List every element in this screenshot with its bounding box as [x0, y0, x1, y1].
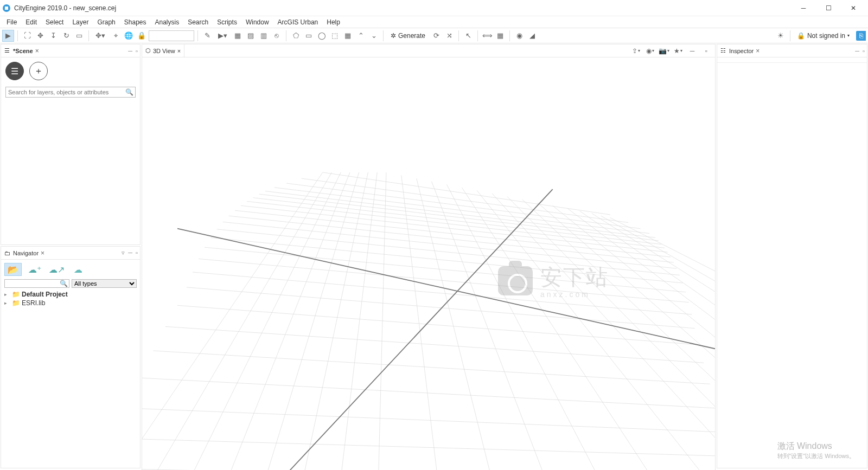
corner-link-icon[interactable]: ⎘: [856, 31, 866, 41]
navigator-filter-input[interactable]: [5, 280, 58, 287]
scene-panel-maximize[interactable]: ▫: [136, 48, 138, 54]
nav-local-button[interactable]: 📂: [4, 263, 22, 276]
inspector-tab-label[interactable]: Inspector: [729, 48, 754, 54]
scene-add-button[interactable]: ＋: [29, 62, 48, 80]
window-minimize-button[interactable]: ─: [791, 0, 816, 16]
update-seed-button[interactable]: ⟳: [430, 30, 442, 42]
svg-line-53: [177, 229, 715, 349]
svg-line-8: [153, 351, 710, 384]
window-close-button[interactable]: ✕: [841, 0, 866, 16]
inspector-panel-minimize[interactable]: ─: [855, 48, 859, 54]
menu-shapes[interactable]: Shapes: [120, 17, 151, 27]
shape-circle-tool[interactable]: ◯: [316, 30, 328, 42]
menu-graph[interactable]: Graph: [93, 17, 119, 27]
svg-line-50: [592, 214, 715, 331]
expand-icon[interactable]: ▸: [4, 300, 10, 306]
visibility-tool[interactable]: ◉: [513, 30, 525, 42]
shape-subtract-tool[interactable]: ⌃: [355, 30, 367, 42]
scene-tab-close[interactable]: ×: [35, 47, 42, 55]
edit-street-tool[interactable]: ✎: [201, 30, 213, 42]
shape-poly-tool[interactable]: ⬠: [290, 30, 302, 42]
navigator-panel-minimize[interactable]: ─: [128, 249, 132, 256]
lock-tool[interactable]: 🔒: [136, 30, 148, 42]
menu-window[interactable]: Window: [241, 17, 273, 27]
menu-layer[interactable]: Layer: [68, 17, 93, 27]
tree-row-default-project[interactable]: ▸ 📁 Default Project: [4, 290, 137, 299]
window-maximize-button[interactable]: ☐: [816, 0, 841, 16]
random-seed-button[interactable]: ⤨: [443, 30, 455, 42]
shape-union-tool[interactable]: ⬚: [329, 30, 341, 42]
svg-line-41: [462, 188, 686, 470]
sun-tool[interactable]: ☀: [775, 30, 787, 42]
nav-cloud-button[interactable]: ☁: [69, 263, 87, 276]
tree-row-esri-lib[interactable]: ▸ 📁 ESRI.lib: [4, 299, 137, 307]
generate-button[interactable]: ✲ Generate: [387, 30, 429, 41]
navigator-tab-label[interactable]: Navigator: [13, 250, 39, 256]
cleanup-tool[interactable]: ⎋: [271, 30, 283, 42]
globe-tool[interactable]: 🌐: [123, 30, 135, 42]
svg-line-33: [250, 172, 359, 470]
pan-tool[interactable]: ✥▾: [92, 30, 108, 42]
nav-portal-button[interactable]: ☁⁺: [26, 263, 43, 276]
view-panel-minimize[interactable]: ─: [686, 46, 699, 56]
navigator-panel-maximize[interactable]: ▫: [136, 249, 138, 256]
scene-tab-label[interactable]: *Scene: [13, 48, 33, 54]
freehand-tool[interactable]: ▶▾: [214, 30, 231, 42]
view-wireframe-dropdown[interactable]: ◉▾: [643, 46, 656, 56]
svg-line-38: [417, 178, 505, 470]
move-tool[interactable]: ✥: [34, 30, 46, 42]
measure-dist-tool[interactable]: ⟺: [481, 30, 493, 42]
expand-icon[interactable]: ▸: [4, 292, 10, 297]
scene-panel-minimize[interactable]: ─: [128, 48, 132, 54]
transform-tool[interactable]: ▭: [73, 30, 85, 42]
locate-tool[interactable]: ⌖: [110, 30, 122, 42]
street-tool-1[interactable]: ▦: [232, 30, 244, 42]
svg-line-10: [177, 305, 698, 345]
svg-line-49: [580, 211, 715, 347]
navigator-view-menu[interactable]: ▿: [122, 249, 125, 256]
view-panel-maximize[interactable]: ▫: [700, 46, 713, 56]
3d-view-tab-close[interactable]: ×: [177, 48, 181, 54]
view-share-dropdown[interactable]: ⇪▾: [629, 46, 642, 56]
viewshed-tool[interactable]: ◢: [526, 30, 538, 42]
select-tool[interactable]: ▶: [2, 30, 14, 42]
measure-area-tool[interactable]: ▦: [494, 30, 506, 42]
svg-line-19: [235, 210, 671, 257]
search-icon[interactable]: 🔍: [123, 87, 135, 97]
view-camera-dropdown[interactable]: 📷▾: [658, 46, 671, 56]
address-input[interactable]: [149, 30, 194, 41]
scale-tool[interactable]: ↧: [47, 30, 59, 42]
menu-file[interactable]: File: [2, 17, 21, 27]
nav-share-button[interactable]: ☁↗: [48, 263, 65, 276]
folder-icon: 📁: [12, 299, 20, 307]
3d-view-tab-label[interactable]: 3D View: [153, 48, 175, 54]
menu-search[interactable]: Search: [183, 17, 213, 27]
inspector-panel-maximize[interactable]: ▫: [863, 48, 865, 54]
scene-layers-button[interactable]: ☰: [5, 62, 24, 80]
navigator-folder-icon: 🗀: [3, 249, 11, 257]
menu-help[interactable]: Help: [322, 17, 344, 27]
view-bookmark-dropdown[interactable]: ★▾: [672, 46, 685, 56]
3d-viewport[interactable]: 安下站 anxz.com: [142, 57, 715, 470]
street-tool-3[interactable]: ▥: [258, 30, 270, 42]
menu-scripts[interactable]: Scripts: [213, 17, 241, 27]
shape-separate-tool[interactable]: ⌄: [368, 30, 380, 42]
menu-select[interactable]: Select: [41, 17, 68, 27]
shape-rect-tool[interactable]: ▭: [303, 30, 315, 42]
menu-arcgis-urban[interactable]: ArcGIS Urban: [273, 17, 323, 27]
navigator-search-icon[interactable]: 🔍: [58, 280, 69, 287]
navigator-type-filter[interactable]: All types: [72, 279, 137, 288]
navigator-tab-close[interactable]: ×: [41, 249, 47, 257]
inspect-tool[interactable]: ↖: [462, 30, 474, 42]
signin-button[interactable]: 🔒 Not signed in ▾: [794, 31, 853, 41]
menu-bar: File Edit Select Layer Graph Shapes Anal…: [0, 16, 868, 28]
street-tool-2[interactable]: ▨: [245, 30, 257, 42]
menu-edit[interactable]: Edit: [21, 17, 41, 27]
frame-tool[interactable]: ⛶: [21, 30, 33, 42]
inspector-tab-close[interactable]: ×: [756, 47, 762, 55]
menu-analysis[interactable]: Analysis: [150, 17, 183, 27]
scene-search-input[interactable]: [6, 87, 123, 97]
rotate-tool[interactable]: ↻: [60, 30, 72, 42]
svg-line-11: [187, 287, 695, 329]
shape-texture-tool[interactable]: ▦: [342, 30, 354, 42]
